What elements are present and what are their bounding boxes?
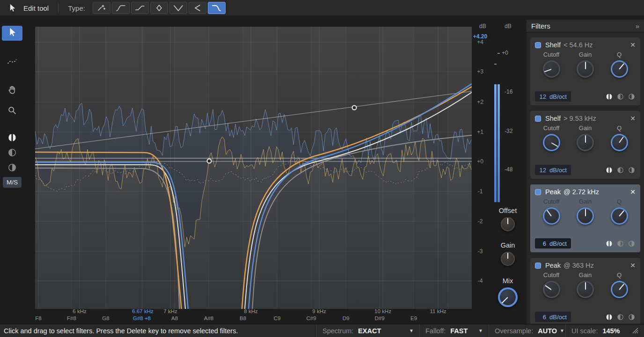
knob-label: Q	[617, 271, 622, 278]
filter-enable-checkbox[interactable]	[535, 263, 541, 269]
gain-knob[interactable]	[577, 60, 594, 78]
axis-label: B8	[240, 315, 246, 321]
filters-panel: Filters » Shelf < 54.6 Hz ✕ CutoffGainQ …	[527, 20, 644, 324]
channel-stereo-toggle[interactable]	[605, 313, 613, 321]
filter-enable-checkbox[interactable]	[535, 189, 541, 195]
db-scale-label: +1	[472, 129, 489, 135]
channel-button-right[interactable]	[6, 162, 18, 175]
tool-button-spline-tool[interactable]	[2, 55, 22, 70]
tool-sidebar: M/S	[0, 16, 24, 324]
mid-side-button[interactable]: M/S	[3, 177, 22, 188]
db-scale-label: +4	[472, 39, 489, 45]
gain-knob[interactable]	[577, 207, 594, 225]
app-window: Edit tool Type: M/S 6 kHz6.67 kHz7 kHz8 …	[0, 0, 644, 337]
q-knob[interactable]	[611, 281, 628, 298]
axis-label: F#8	[67, 315, 76, 321]
channel-button-stereo[interactable]	[6, 132, 18, 145]
falloff-dropdown[interactable]: Falloff: FAST ▼	[419, 324, 489, 337]
chevron-down-icon: ▼	[409, 328, 414, 333]
gain-knob[interactable]	[577, 134, 594, 151]
filter-type-button-notch[interactable]	[150, 2, 168, 14]
axis-label: A8	[171, 315, 178, 321]
close-icon[interactable]: ✕	[630, 262, 636, 269]
tool-button-zoom-tool[interactable]	[2, 104, 22, 119]
gain-knob-group: Gain	[490, 242, 525, 266]
toolbar: Edit tool Type:	[0, 0, 644, 16]
knob-label: Gain	[579, 271, 592, 278]
eq-graph[interactable]	[35, 27, 472, 309]
axis-label: 10 kHz	[374, 308, 391, 314]
channel-right-toggle[interactable]	[628, 240, 636, 248]
channel-left-toggle[interactable]	[616, 313, 624, 321]
slope-unit: dB/oct	[549, 240, 567, 247]
channel-left-toggle[interactable]	[616, 93, 624, 101]
q-knob[interactable]	[611, 134, 628, 151]
offset-knob[interactable]	[501, 217, 515, 231]
channel-stereo-icon	[7, 132, 17, 145]
filter-type-label: Shelf	[545, 41, 561, 49]
channel-right-toggle[interactable]	[628, 313, 636, 321]
filter-enable-checkbox[interactable]	[535, 116, 541, 122]
channel-right-toggle[interactable]	[628, 93, 636, 101]
ui-scale-value: 145%	[602, 327, 620, 335]
channel-button-left[interactable]	[6, 147, 18, 160]
cutoff-knob[interactable]	[543, 207, 560, 225]
close-icon[interactable]: ✕	[630, 115, 636, 122]
filter-type-label: Shelf	[545, 115, 561, 122]
collapse-panel-icon[interactable]: »	[636, 22, 639, 30]
cutoff-knob[interactable]	[543, 281, 560, 298]
mix-knob-group: Mix	[490, 277, 525, 307]
filter-type-button-low-cut[interactable]	[112, 2, 130, 14]
tool-button-hand-tool[interactable]	[2, 83, 22, 98]
resize-grip-icon[interactable]	[631, 326, 638, 335]
cursor-icon	[7, 3, 17, 13]
slope-button[interactable]: 6 dB/oct	[535, 238, 571, 249]
gain-knob[interactable]	[501, 252, 515, 266]
meter-tick	[498, 53, 500, 54]
channel-left-toggle[interactable]	[616, 240, 624, 248]
filter-card[interactable]: Shelf > 9.53 kHz ✕ CutoffGainQ 12 dB/oct	[530, 111, 640, 179]
channel-right-toggle[interactable]	[628, 166, 636, 174]
q-knob[interactable]	[611, 207, 628, 225]
tool-button-edit-cursor[interactable]	[2, 26, 22, 41]
cutoff-knob[interactable]	[543, 60, 560, 78]
low-cut-icon	[115, 4, 126, 12]
filter-type-button-low-shelf[interactable]	[131, 2, 149, 14]
axis-label: D#9	[374, 315, 384, 321]
ui-scale-control[interactable]: UI scale: 145%	[565, 324, 644, 337]
filter-enable-checkbox[interactable]	[535, 42, 541, 48]
filter-type-button-high-cut[interactable]	[208, 2, 226, 14]
db-scale-label: +2	[472, 99, 489, 105]
note-axis: F8F#8G8G#8 +8A8A#8B8C9C#9D9D#9E9	[35, 315, 472, 322]
filter-card[interactable]: Peak @ 363 Hz ✕ CutoffGainQ 6 dB/oct	[530, 258, 640, 324]
slope-button[interactable]: 12 dB/oct	[535, 165, 571, 175]
channel-stereo-toggle[interactable]	[605, 240, 613, 248]
edit-cursor-icon	[7, 27, 17, 40]
slope-button[interactable]: 12 dB/oct	[535, 91, 571, 102]
spectrum-dropdown[interactable]: Spectrum: EXACT ▼	[316, 324, 419, 337]
eq-node[interactable]	[352, 106, 357, 110]
filter-card[interactable]: Shelf < 54.6 Hz ✕ CutoffGainQ 12 dB/oct	[530, 37, 640, 105]
q-knob[interactable]	[611, 60, 628, 78]
channel-stereo-toggle[interactable]	[605, 93, 613, 101]
knob-label: Q	[617, 51, 622, 58]
cutoff-knob[interactable]	[543, 134, 560, 151]
knob-label: Cutoff	[543, 51, 559, 58]
channel-left-toggle[interactable]	[616, 166, 624, 174]
channel-stereo-toggle[interactable]	[605, 166, 613, 174]
filter-type-buttons	[93, 2, 226, 14]
oversample-dropdown[interactable]: Oversample: AUTO ▼	[489, 324, 565, 337]
eq-node[interactable]	[207, 159, 212, 163]
close-icon[interactable]: ✕	[630, 189, 636, 195]
slope-button[interactable]: 6 dB/oct	[535, 312, 571, 322]
close-icon[interactable]: ✕	[630, 42, 636, 48]
gain-knob[interactable]	[577, 281, 594, 298]
filter-type-button-magic-wand[interactable]	[93, 2, 110, 14]
filter-type-button-high-shelf[interactable]	[189, 2, 206, 14]
filter-card[interactable]: Peak @ 2.72 kHz ✕ CutoffGainQ 6 dB/oct	[530, 184, 640, 252]
mix-knob[interactable]	[498, 287, 518, 307]
status-bar: Click and drag to select filters. Press …	[0, 324, 644, 337]
filter-type-label: Peak	[545, 188, 561, 196]
meter-zero-label: +0	[502, 50, 508, 56]
filter-type-button-band-pass[interactable]	[169, 2, 187, 14]
